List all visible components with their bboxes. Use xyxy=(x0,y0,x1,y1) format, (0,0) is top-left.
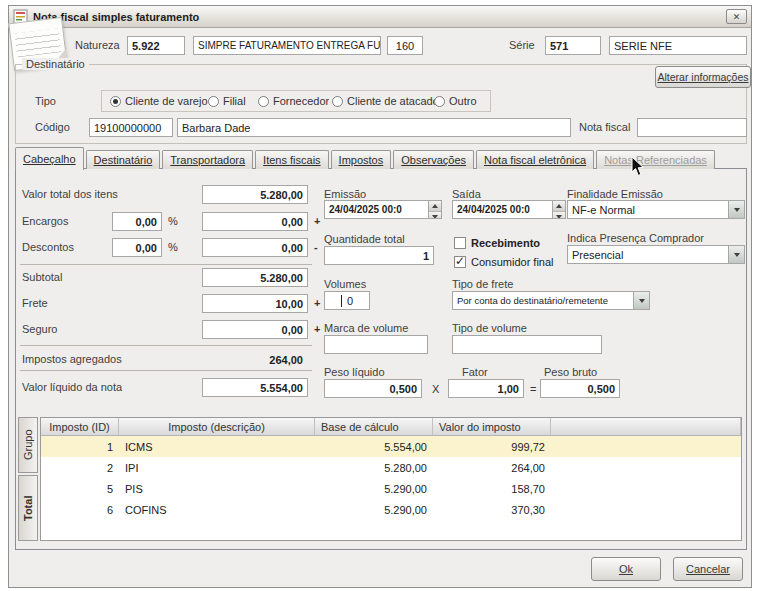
col-base-calculo: Base de cálculo xyxy=(315,418,433,435)
presenca-label: Indica Presença Comprador xyxy=(567,232,704,244)
tab-observacoes[interactable]: Observações xyxy=(393,150,474,169)
chevron-down-icon[interactable] xyxy=(728,201,744,218)
ok-button[interactable]: Ok xyxy=(591,557,661,581)
seguro-label: Seguro xyxy=(22,323,57,335)
codigo-field[interactable]: 19100000000 xyxy=(89,118,173,137)
radio-filial[interactable]: Filial xyxy=(208,95,246,107)
cell-id: 2 xyxy=(41,457,119,478)
table-row[interactable]: 1 ICMS 5.554,00 999,72 xyxy=(41,436,741,457)
natureza-num-field[interactable]: 160 xyxy=(387,36,423,55)
peso-bruto-field[interactable]: 0,500 xyxy=(540,379,620,398)
saida-field[interactable]: 24/04/2025 00:0 xyxy=(452,200,566,219)
checkbox-icon xyxy=(454,237,466,249)
tab-nota-fiscal-eletronica[interactable]: Nota fiscal eletrônica xyxy=(476,150,594,169)
valor-total-field[interactable]: 5.280,00 xyxy=(202,185,308,204)
percent-sign: % xyxy=(168,215,178,227)
title-bar[interactable]: Nota fiscal simples faturamento xyxy=(9,6,751,28)
tab-destinatario[interactable]: Destinatário xyxy=(86,150,161,169)
spin-up-icon[interactable] xyxy=(553,201,565,212)
nota-fiscal-field[interactable] xyxy=(637,118,747,137)
cell-desc: PIS xyxy=(119,478,315,499)
encargos-field[interactable]: 0,00 xyxy=(202,212,308,231)
quantidade-label: Quantidade total xyxy=(324,233,405,245)
tipo-frete-select[interactable]: Por conta do destinatário/remetente xyxy=(452,291,650,310)
tipo-volume-field[interactable] xyxy=(452,335,602,354)
percent-sign: % xyxy=(168,241,178,253)
destinatario-group-label: Destinatário xyxy=(22,58,89,70)
volumes-field[interactable]: 0 xyxy=(324,291,370,310)
radio-cliente-atacado[interactable]: Cliente de atacado xyxy=(332,95,439,107)
subtotal-label: Subtotal xyxy=(22,271,62,283)
marca-volume-label: Marca de volume xyxy=(324,322,408,334)
encargos-pct-field[interactable]: 0,00 xyxy=(112,212,162,231)
tab-cabecalho[interactable]: Cabeçalho xyxy=(15,147,84,170)
seguro-field[interactable]: 0,00 xyxy=(202,320,308,339)
fator-field[interactable]: 1,00 xyxy=(448,379,524,398)
natureza-code-field[interactable]: 5.922 xyxy=(127,36,185,55)
recebimento-checkbox[interactable]: Recebimento xyxy=(454,237,540,249)
tipo-frete-value: Por conta do destinatário/remetente xyxy=(453,295,633,306)
cell-base: 5.290,00 xyxy=(315,499,433,520)
radio-label: Filial xyxy=(223,95,246,107)
alterar-informacoes-button[interactable]: Alterar informações xyxy=(655,66,751,88)
spin-up-icon[interactable] xyxy=(429,201,441,212)
radio-label: Fornecedor xyxy=(273,95,329,107)
cell-filler xyxy=(551,457,741,478)
tab-itens-fiscais[interactable]: Itens fiscais xyxy=(255,150,328,169)
descontos-pct-field[interactable]: 0,00 xyxy=(112,238,162,257)
tab-notas-referenciadas: Notas Referenciadas xyxy=(596,150,715,169)
table-row[interactable]: 2 IPI 5.280,00 264,00 xyxy=(41,457,741,478)
table-row[interactable]: 5 PIS 5.290,00 158,70 xyxy=(41,478,741,499)
descontos-field[interactable]: 0,00 xyxy=(202,238,308,257)
frete-field[interactable]: 10,00 xyxy=(202,294,308,313)
close-icon[interactable] xyxy=(726,9,747,24)
cell-base: 5.280,00 xyxy=(315,457,433,478)
chevron-down-icon[interactable] xyxy=(633,292,649,309)
descontos-label: Descontos xyxy=(22,241,74,253)
radio-fornecedor[interactable]: Fornecedor xyxy=(258,95,329,107)
chevron-down-icon[interactable] xyxy=(728,246,744,263)
peso-liquido-field[interactable]: 0,500 xyxy=(324,379,422,398)
side-tab-grupo[interactable]: Grupo xyxy=(18,417,38,473)
recebimento-label: Recebimento xyxy=(471,237,540,249)
date-spinner[interactable] xyxy=(552,201,565,218)
radio-outro[interactable]: Outro xyxy=(434,95,477,107)
volumes-value: 0 xyxy=(347,295,353,307)
consumidor-final-checkbox[interactable]: Consumidor final xyxy=(454,256,554,268)
frete-label: Frete xyxy=(22,297,48,309)
grid-header: Imposto (ID) Imposto (descrição) Base de… xyxy=(41,418,741,436)
encargos-label: Encargos xyxy=(22,215,68,227)
valor-liquido-field[interactable]: 5.554,00 xyxy=(202,378,308,397)
separator xyxy=(20,345,312,346)
marca-volume-field[interactable] xyxy=(324,335,428,354)
cell-filler xyxy=(551,478,741,499)
natureza-desc-field[interactable]: SIMPRE FATURAMENTO ENTREGA FUT xyxy=(193,36,381,55)
plus-sign: + xyxy=(314,215,320,227)
serie-name-field[interactable]: SERIE NFE xyxy=(609,36,747,55)
separator xyxy=(20,370,312,371)
emissao-field[interactable]: 24/04/2025 00:0 xyxy=(324,200,442,219)
tab-impostos[interactable]: Impostos xyxy=(331,150,392,169)
side-tab-total[interactable]: Total xyxy=(18,475,38,541)
saida-value: 24/04/2025 00:0 xyxy=(457,204,530,215)
cell-id: 6 xyxy=(41,499,119,520)
radio-icon xyxy=(332,96,343,107)
subtotal-field[interactable]: 5.280,00 xyxy=(202,268,308,287)
cancel-button[interactable]: Cancelar xyxy=(673,557,743,581)
finalidade-select[interactable]: NF-e Normal xyxy=(567,200,745,219)
emissao-value: 24/04/2025 00:0 xyxy=(329,204,402,215)
spin-down-icon[interactable] xyxy=(553,212,565,219)
date-spinner[interactable] xyxy=(428,201,441,218)
tab-transportadora[interactable]: Transportadora xyxy=(162,150,253,169)
presenca-select[interactable]: Presencial xyxy=(567,245,745,264)
quantidade-field[interactable]: 1 xyxy=(324,246,434,265)
text-caret xyxy=(341,295,342,307)
table-row[interactable]: 6 COFINS 5.290,00 370,30 xyxy=(41,499,741,520)
peso-liquido-label: Peso líquido xyxy=(324,366,385,378)
invoice-dialog: Nota fiscal simples faturamento Natureza… xyxy=(8,5,752,588)
serie-code-field[interactable]: 571 xyxy=(545,36,601,55)
cliente-nome-field[interactable]: Barbara Dade xyxy=(177,118,571,137)
serie-label: Série xyxy=(509,39,535,51)
spin-down-icon[interactable] xyxy=(429,212,441,219)
radio-cliente-varejo[interactable]: Cliente de varejo xyxy=(110,95,208,107)
